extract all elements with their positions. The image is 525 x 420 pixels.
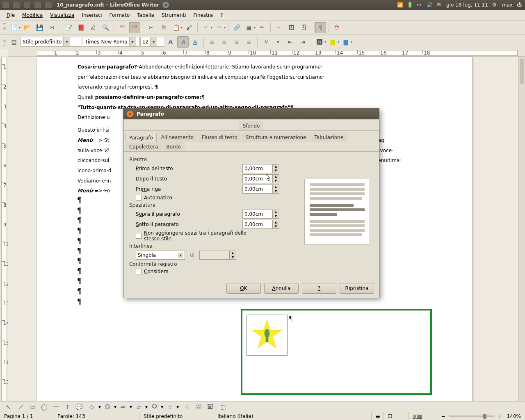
dialog-titlebar[interactable]: ✕ Paragrafo [123, 109, 379, 119]
spin-up-icon[interactable]: ▲ [273, 175, 279, 179]
checkbox-considera[interactable] [136, 269, 142, 274]
menu-finestra[interactable]: Finestra [190, 11, 217, 19]
status-lang[interactable]: Italiano (Italia) [213, 412, 287, 420]
underline-icon[interactable]: A [189, 36, 201, 48]
help-icon[interactable]: ⛑ [331, 22, 343, 33]
battery-icon[interactable]: 🔋 [407, 2, 413, 8]
tab-bordo[interactable]: Bordo [163, 142, 185, 151]
flowchart-icon[interactable]: ▱ [134, 402, 144, 411]
menu-file[interactable]: File [3, 11, 18, 19]
save-icon[interactable]: 💾 [34, 22, 45, 33]
numbered-list-icon[interactable]: ⅟ [260, 36, 272, 48]
checkbox-no-spazi[interactable] [136, 233, 142, 239]
italic-icon[interactable]: A [177, 36, 189, 48]
clock[interactable]: gio 18 lug, 11.11 [446, 2, 488, 8]
paste-icon[interactable]: 📋 [170, 22, 182, 33]
tab-sfondo[interactable]: Sfondo [239, 121, 264, 130]
font-color-icon[interactable]: 🅰 [314, 36, 325, 48]
input-sotto[interactable]: ▲▼ [242, 220, 279, 229]
dialog-close-icon[interactable]: ✕ [127, 111, 133, 117]
cancel-button[interactable]: Annulla [264, 283, 299, 294]
autospell-icon[interactable]: ᴬᴮ [129, 22, 140, 33]
input-sopra[interactable]: ▲▼ [242, 210, 279, 219]
table-icon[interactable]: ▦ [243, 22, 255, 33]
new-doc-icon[interactable]: 📄 [8, 22, 20, 33]
menu-formato[interactable]: Formato [106, 11, 133, 19]
menu-strumenti[interactable]: Strumenti [158, 11, 189, 19]
textbox-icon[interactable]: T [62, 402, 72, 411]
font-size-combo[interactable]: 12▾ [140, 37, 164, 47]
datasources-icon[interactable]: 🗄 [298, 22, 309, 33]
from-file-icon[interactable]: 🖼 [205, 402, 215, 411]
menu-tabella[interactable]: Tabella [134, 11, 158, 19]
styles-icon[interactable]: ▤ [8, 36, 20, 48]
select-arrow-icon[interactable]: ↖ [3, 402, 13, 411]
preview-icon[interactable]: 🔍 [100, 22, 111, 33]
undo-icon[interactable]: ↶ [200, 22, 212, 33]
paragraph-style-combo[interactable]: Stile predefinito▾ [21, 37, 82, 47]
window-icon[interactable]: ▭ [417, 2, 422, 8]
drawing-icon[interactable]: ✏ [256, 22, 268, 33]
doc-icon-1[interactable] [24, 2, 30, 8]
spin-down-icon[interactable]: ▼ [273, 224, 279, 228]
stars-icon[interactable]: ☆ [165, 402, 175, 411]
window-close-icon[interactable]: ✕ [162, 2, 169, 8]
horizontal-ruler[interactable]: 123456789101112131415161718 [8, 49, 525, 57]
copy-icon[interactable]: ⎘ [158, 22, 169, 33]
menu-inserisci[interactable]: Inserisci [78, 11, 105, 19]
input-prima-testo[interactable]: ▲▼ [242, 164, 279, 173]
doc-icon-2[interactable] [34, 2, 41, 8]
increase-indent-icon[interactable]: ⇥ [297, 36, 308, 48]
bold-icon[interactable]: A [165, 36, 176, 48]
toolbar-grip[interactable] [3, 38, 6, 46]
freeform-icon[interactable]: 〰 [51, 402, 61, 411]
highlight-icon[interactable]: ▆ [327, 36, 338, 48]
edit-doc-icon[interactable]: 📝 [63, 22, 74, 33]
spin-down-icon[interactable]: ▼ [273, 189, 279, 193]
spellcheck-icon[interactable]: ᴬᴮ [116, 22, 128, 33]
rectangle-icon[interactable]: ▭ [28, 402, 38, 411]
tab-paragrafo[interactable]: Paragrafo [126, 133, 157, 142]
menu-visualizza[interactable]: Visualizza [47, 11, 78, 19]
toolbar-grip[interactable] [3, 23, 6, 32]
help-button[interactable]: ? [302, 283, 336, 294]
cut-icon[interactable]: ✂ [146, 22, 157, 33]
callout-icon[interactable]: 💬 [74, 402, 84, 411]
checkbox-automatico[interactable] [136, 195, 142, 201]
power-icon[interactable]: ⏻ [517, 2, 523, 8]
menu-help[interactable]: ? [217, 11, 226, 19]
redo-icon[interactable]: ↷ [213, 22, 225, 33]
format-paintbrush-icon[interactable]: 🖌 [183, 22, 195, 33]
hyperlink-icon[interactable]: 🔗 [231, 22, 242, 33]
ellipse-icon[interactable]: ◯ [39, 402, 49, 411]
nonprinting-chars-icon[interactable]: ¶ [315, 22, 326, 33]
input-dopo-testo[interactable]: ▲▼ [242, 174, 279, 183]
vertical-scrollbar[interactable] [518, 57, 525, 402]
status-style[interactable]: Stile predefinito [139, 412, 213, 420]
status-selection-mode[interactable]: ☐ [384, 412, 396, 420]
tab-tabulazione[interactable]: Tabulazione [310, 132, 347, 142]
tab-struttura[interactable]: Struttura e numerazione [242, 132, 310, 142]
input-prima-riga[interactable]: ▲▼ [242, 185, 279, 194]
tip-frame[interactable]: ¶ [241, 309, 432, 395]
decrease-indent-icon[interactable]: ⇤ [285, 36, 296, 48]
zoom-slider[interactable] [449, 415, 494, 417]
files-icon[interactable] [13, 2, 20, 8]
spin-up-icon[interactable]: ▲ [273, 210, 279, 214]
navigator-icon[interactable]: ✦ [273, 22, 285, 33]
tab-flusso[interactable]: Flusso di testo [198, 132, 241, 142]
reset-button[interactable]: Ripristina [340, 283, 374, 294]
print-icon[interactable]: 🖨 [87, 22, 99, 33]
menu-modifica[interactable]: Modifica [19, 11, 46, 19]
fontwork-icon[interactable]: Ⓐ [194, 402, 203, 411]
mail-icon[interactable]: ✉ [436, 2, 442, 8]
doc-icon-3[interactable] [45, 2, 52, 8]
network-icon[interactable]: 📶 [397, 2, 403, 8]
symbol-shapes-icon[interactable]: ☺ [103, 402, 112, 411]
session-icon[interactable]: ⚙ [492, 2, 498, 8]
gallery-icon[interactable]: 🖼 [285, 22, 297, 33]
tab-allineamento[interactable]: Allineamento [158, 132, 197, 142]
spin-up-icon[interactable]: ▲ [273, 185, 279, 189]
callouts-icon[interactable]: 🗨 [149, 402, 159, 411]
zoom-out-icon[interactable]: − [441, 413, 445, 419]
